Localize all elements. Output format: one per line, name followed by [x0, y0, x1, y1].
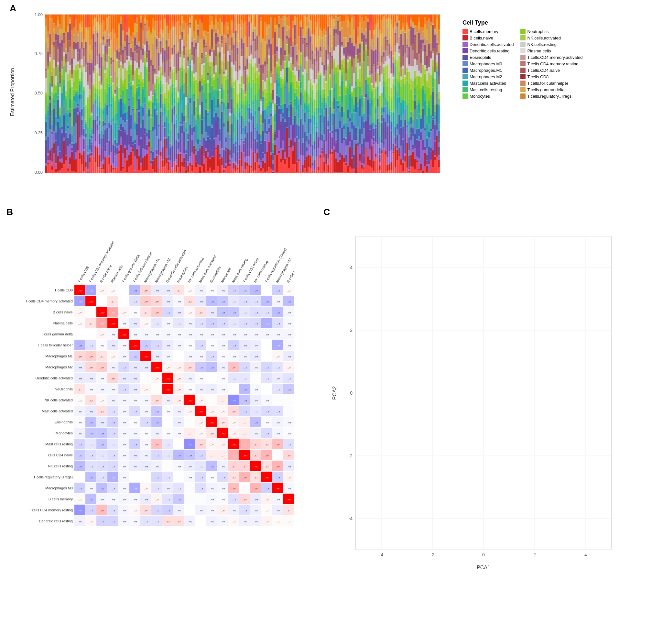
svg-text:-.02: -.02	[210, 476, 214, 479]
svg-rect-878	[126, 151, 128, 160]
svg-rect-4926	[162, 461, 173, 471]
svg-rect-1853	[217, 117, 219, 119]
svg-rect-4036	[420, 49, 422, 63]
svg-rect-1752	[207, 113, 209, 115]
svg-rect-300	[71, 59, 73, 64]
svg-rect-2400	[268, 141, 270, 167]
svg-rect-1878	[219, 118, 221, 129]
svg-rect-2217	[250, 108, 252, 111]
svg-rect-3183	[341, 107, 343, 117]
svg-rect-2722	[298, 118, 300, 126]
svg-rect-333	[75, 108, 77, 123]
svg-rect-2848	[310, 117, 312, 119]
svg-rect-2337	[262, 161, 264, 168]
svg-rect-1112	[148, 134, 150, 139]
svg-rect-1720	[203, 31, 205, 36]
svg-rect-3281	[349, 15, 351, 22]
svg-rect-1426	[176, 22, 178, 36]
svg-rect-73	[49, 15, 51, 16]
svg-rect-1740	[205, 42, 207, 46]
svg-rect-3353	[357, 127, 359, 143]
svg-rect-3978	[414, 15, 416, 25]
svg-rect-1721	[203, 30, 205, 31]
svg-rect-4691	[272, 395, 283, 405]
svg-rect-1484	[181, 40, 183, 40]
svg-rect-991	[136, 91, 138, 102]
svg-rect-4010	[418, 90, 420, 100]
svg-rect-1592	[191, 37, 193, 42]
svg-rect-111	[53, 42, 55, 46]
svg-rect-3544	[375, 113, 377, 124]
svg-rect-1788	[211, 156, 213, 157]
svg-rect-1093	[146, 137, 148, 144]
svg-rect-3300	[351, 19, 353, 38]
svg-rect-2384	[266, 114, 268, 114]
svg-text:-.03: -.03	[210, 498, 214, 501]
svg-rect-1953	[225, 22, 227, 36]
svg-rect-4114	[428, 100, 430, 108]
svg-rect-2394	[266, 44, 268, 45]
svg-rect-4038	[420, 34, 422, 40]
svg-rect-3885	[406, 68, 408, 72]
svg-text:1.00: 1.00	[165, 388, 170, 391]
svg-rect-2226	[250, 39, 252, 45]
svg-rect-2514	[278, 74, 280, 78]
svg-rect-1605	[193, 94, 195, 94]
svg-text:T cells follicular helper: T cells follicular helper	[132, 251, 153, 283]
svg-rect-3441	[365, 50, 367, 54]
svg-rect-3402	[361, 41, 363, 42]
svg-rect-868	[124, 50, 126, 63]
svg-rect-4172	[434, 141, 436, 155]
svg-rect-1897	[221, 101, 223, 104]
svg-text:-.09: -.09	[121, 377, 126, 380]
svg-rect-1254	[160, 30, 162, 34]
svg-rect-3875	[406, 133, 408, 143]
svg-rect-1918	[223, 123, 225, 127]
svg-text:.04: .04	[188, 410, 192, 413]
svg-rect-167	[59, 115, 61, 116]
svg-rect-783	[116, 59, 118, 61]
svg-rect-154	[57, 25, 59, 34]
svg-rect-721	[110, 64, 112, 76]
svg-rect-4692	[283, 395, 294, 405]
svg-rect-1376	[172, 70, 173, 73]
svg-rect-41	[47, 106, 49, 111]
svg-rect-3091	[332, 16, 334, 20]
svg-rect-641	[102, 32, 105, 33]
svg-rect-1542	[187, 95, 189, 102]
svg-rect-3562	[377, 119, 379, 140]
svg-rect-1875	[219, 141, 221, 154]
svg-rect-3242	[347, 145, 349, 166]
svg-rect-2756	[300, 15, 302, 20]
svg-rect-42	[47, 99, 49, 106]
svg-text:-.04: -.04	[265, 333, 269, 336]
svg-rect-3851	[402, 15, 404, 23]
svg-rect-2256	[254, 130, 256, 139]
svg-rect-1069	[144, 149, 146, 156]
svg-rect-3835	[402, 140, 404, 152]
svg-rect-3188	[341, 64, 343, 71]
svg-rect-3072	[332, 154, 334, 173]
svg-rect-2326	[260, 115, 262, 123]
svg-rect-3952	[412, 44, 414, 50]
svg-rect-1450	[180, 154, 181, 173]
svg-rect-900	[128, 144, 130, 155]
legend-swatch	[520, 80, 526, 86]
svg-text:4: 4	[585, 552, 587, 557]
svg-rect-1696	[201, 53, 203, 55]
svg-rect-3668	[387, 123, 388, 127]
svg-rect-1780	[209, 54, 211, 55]
svg-rect-1917	[223, 128, 225, 150]
svg-rect-216	[63, 33, 65, 34]
svg-rect-349	[77, 115, 79, 151]
svg-rect-281	[69, 20, 71, 23]
svg-rect-2658	[292, 123, 294, 124]
svg-text:-.21: -.21	[199, 366, 203, 369]
svg-rect-178	[59, 15, 61, 24]
svg-rect-2539	[280, 66, 282, 71]
svg-rect-1372	[172, 91, 173, 105]
svg-rect-4096	[426, 80, 428, 87]
svg-rect-504	[91, 132, 92, 136]
svg-rect-486	[89, 115, 91, 118]
svg-rect-4217	[438, 131, 440, 142]
